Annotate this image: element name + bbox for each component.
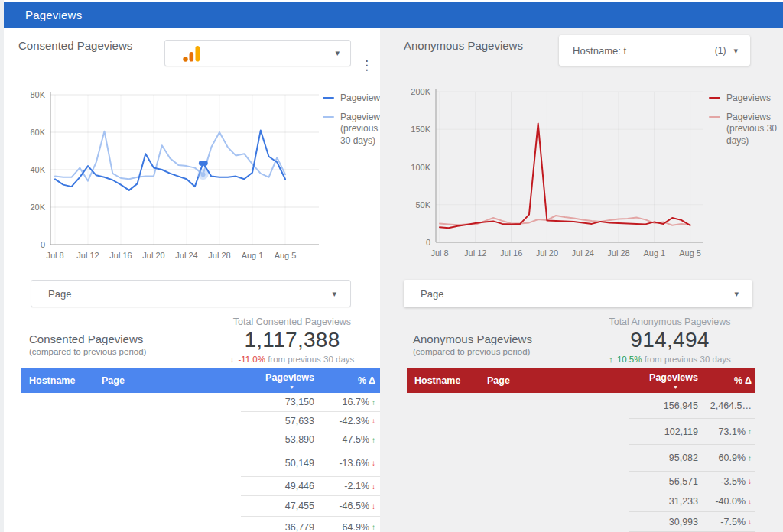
down-arrow-icon: ↓ [230,355,235,364]
scorecard-total-label: Total Consented Pageviews [209,316,375,327]
cell-page [102,449,241,477]
svg-text:Jul 20: Jul 20 [536,248,558,258]
legend-label: Pageviews (previous 30 days) [340,112,385,148]
sort-desc-icon: ▼ [673,384,678,390]
table-row: 53,89047.5%↑ [21,430,380,449]
cell-delta-value: -46.5% [339,501,369,511]
down-arrow-icon: ↓ [748,477,752,485]
sort-desc-icon: ▼ [289,384,294,390]
scorecard-name-line1: Anonymous Pageviews [413,332,532,345]
column-header-delta[interactable]: % Δ [325,375,380,386]
table-row: 36,77964.9%↑ [21,517,380,532]
cell-page [102,412,241,430]
svg-text:40K: 40K [30,165,45,174]
column-header-hostname[interactable]: Hostname [21,375,102,386]
cell-delta-value: 73.1% [719,427,746,437]
down-arrow-icon: ↓ [372,482,375,491]
column-header-pageviews-label: Pageviews [649,372,698,383]
cell-delta: 2,464.5… [706,393,755,419]
svg-text:Aug 1: Aug 1 [643,248,665,258]
cell-delta: 47.5%↑ [325,430,380,449]
cell-page [487,512,629,532]
svg-text:Jul 8: Jul 8 [430,248,448,258]
table-row: 95,08260.9%↑ [407,445,755,472]
cell-pageviews: 56,571 [629,472,706,491]
svg-text:Jul 12: Jul 12 [464,248,486,258]
legend-item: Pageviews (previous 30 days) [323,112,381,148]
cell-delta-value: -13.6% [339,458,369,469]
table-row: 102,11973.1%↑ [407,419,755,445]
cell-delta: -3.5%↓ [706,472,755,491]
anonymous-pageviews-chart[interactable]: 050K100K150K200KJul 8Jul 12Jul 16Jul 20J… [404,82,710,267]
up-arrow-icon: ↑ [372,436,375,444]
cell-delta: 73.1%↑ [706,419,755,445]
cell-delta-value: -7.5% [720,517,746,527]
cell-delta: 64.9%↑ [325,517,380,532]
page-filter-dropdown[interactable]: Page ▾ [404,280,752,307]
cell-hostname [407,393,487,419]
cell-pageviews: 57,633 [241,412,325,430]
column-header-page[interactable]: Page [487,375,629,386]
cell-hostname [21,477,102,496]
cell-page [487,472,629,491]
hostname-filter-count: (1) [715,45,726,56]
dashboard-screen: Pageviews Consented Pageviews ▾ ⋮ 020K40… [0,0,783,532]
svg-text:100K: 100K [411,163,430,172]
cell-pageviews: 49,446 [241,477,325,496]
cell-hostname [21,449,102,477]
scorecard-total-label: Total Anonymous Pageviews [585,316,755,327]
down-arrow-icon: ↓ [372,502,375,511]
cell-page [102,477,241,496]
cell-delta-value: -40.0% [715,496,746,507]
cell-delta: -13.6%↓ [325,449,380,477]
consented-scorecard-name: Consented Pageviews (compared to previou… [29,332,146,356]
column-header-pageviews[interactable]: Pageviews▼ [241,372,325,390]
cell-hostname [21,517,102,532]
cell-hostname [21,430,102,449]
cell-delta-value: 64.9% [343,522,369,532]
cell-page [487,491,629,512]
chevron-down-icon: ▾ [332,289,336,299]
data-source-selector[interactable]: ▾ [164,40,351,66]
cell-delta: 60.9%↑ [706,445,755,472]
svg-text:0: 0 [426,238,430,247]
svg-text:Jul 8: Jul 8 [46,251,63,260]
cell-pageviews: 47,455 [241,496,325,517]
scorecard-comparison-delta: ↑ 10.5% from previous 30 days [585,355,755,364]
cell-page [487,445,629,472]
hostname-filter-dropdown[interactable]: Hostname: t (1) ▾ [559,35,750,66]
table-row: 50,149-13.6%↓ [21,449,380,477]
consented-pageviews-chart[interactable]: 020K40K60K80KJul 8Jul 12Jul 16Jul 20Jul … [15,84,325,268]
analytics-bars-icon [182,44,202,63]
scorecard-name-line2: (compared to previous period) [413,347,532,356]
chevron-down-icon: ▾ [734,289,739,299]
svg-text:Aug 5: Aug 5 [679,248,701,258]
cell-page [487,393,629,419]
svg-text:200K: 200K [411,87,430,96]
up-arrow-icon: ↑ [372,523,375,531]
cell-page [102,430,241,449]
column-header-hostname[interactable]: Hostname [407,375,487,386]
scorecard-total-value: 1,117,388 [209,328,375,352]
cell-delta-value: 47.5% [343,434,369,445]
cell-hostname [21,412,102,430]
more-options-button[interactable]: ⋮ [360,59,373,72]
cell-page [102,517,241,532]
legend-item: Pageviews [709,92,779,105]
svg-text:Aug 1: Aug 1 [242,251,264,260]
column-header-page[interactable]: Page [102,375,241,386]
cell-delta: -7.5%↓ [706,512,755,532]
page-filter-dropdown[interactable]: Page ▾ [31,280,351,307]
down-arrow-icon: ↓ [748,498,752,506]
consented-scorecard-total: Total Consented Pageviews 1,117,388 ↓ -1… [209,316,375,364]
column-header-pageviews[interactable]: Pageviews▼ [629,372,706,390]
column-header-delta[interactable]: % Δ [706,375,755,386]
table-header-row: HostnamePagePageviews▼% Δ [407,368,755,393]
cell-hostname [407,472,487,491]
cell-hostname [407,419,487,445]
svg-text:0: 0 [41,240,45,249]
cell-pageviews: 73,150 [241,393,325,412]
legend-label: Pageviews [726,92,771,105]
svg-text:Jul 24: Jul 24 [572,248,594,258]
cell-delta-value: -3.5% [720,476,746,487]
